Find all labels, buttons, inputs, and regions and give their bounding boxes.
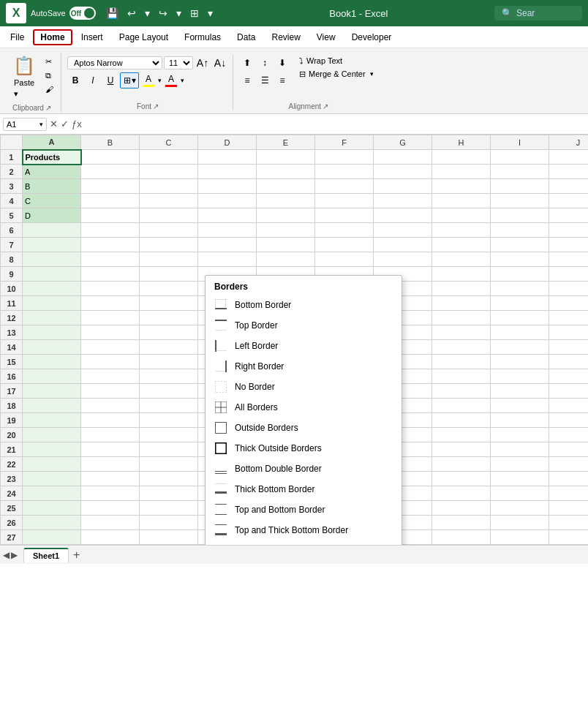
cell[interactable] <box>140 516 198 530</box>
row-header[interactable]: 14 <box>1 340 23 355</box>
search-box[interactable]: 🔍 Sear <box>494 6 582 20</box>
tab-navigation[interactable]: ◀ ▶ <box>3 550 18 560</box>
row-header[interactable]: 5 <box>1 208 23 223</box>
cell[interactable] <box>549 340 589 355</box>
cell[interactable] <box>198 223 257 238</box>
cell[interactable] <box>432 179 491 194</box>
cell[interactable] <box>491 311 549 325</box>
cell[interactable] <box>432 355 491 369</box>
cell[interactable] <box>198 150 257 165</box>
cell[interactable] <box>491 165 549 179</box>
cell[interactable] <box>23 369 81 384</box>
cell[interactable] <box>198 165 257 179</box>
cell[interactable] <box>23 296 81 311</box>
paste-button[interactable]: 📋 Paste ▾ <box>7 53 41 102</box>
row-header[interactable]: 15 <box>1 355 23 369</box>
cell[interactable] <box>549 516 589 530</box>
align-bottom-btn[interactable]: ⬇ <box>274 55 290 71</box>
cell[interactable] <box>23 238 81 252</box>
cell[interactable] <box>432 325 491 340</box>
cell[interactable] <box>491 194 549 208</box>
cell[interactable] <box>549 369 589 384</box>
menu-view[interactable]: View <box>309 29 343 45</box>
outside-borders-item[interactable]: Outside Borders <box>206 418 402 438</box>
cell[interactable] <box>432 340 491 355</box>
cell[interactable] <box>140 282 198 296</box>
cell[interactable] <box>23 282 81 296</box>
cell[interactable] <box>374 194 432 208</box>
row-header[interactable]: 7 <box>1 238 23 252</box>
menu-developer[interactable]: Developer <box>344 29 399 45</box>
cell[interactable] <box>81 238 140 252</box>
font-color-dropdown[interactable]: ▾ <box>181 77 184 84</box>
col-header-h[interactable]: H <box>432 135 491 150</box>
row-header[interactable]: 18 <box>1 399 23 413</box>
cell[interactable] <box>432 165 491 179</box>
top-bottom-border-item[interactable]: Top and Bottom Border <box>206 499 402 520</box>
cell[interactable] <box>140 238 198 252</box>
cell[interactable] <box>23 516 81 530</box>
cell[interactable] <box>140 413 198 428</box>
add-sheet-button[interactable]: + <box>70 548 83 562</box>
paste-dropdown[interactable]: ▾ <box>12 88 36 99</box>
cell[interactable] <box>315 223 374 238</box>
cell[interactable] <box>491 355 549 369</box>
grid-dropdown-icon[interactable]: ▾ <box>205 6 216 20</box>
cell[interactable] <box>549 194 589 208</box>
cell[interactable] <box>140 165 198 179</box>
menu-insert[interactable]: Insert <box>74 29 110 45</box>
cell[interactable] <box>432 369 491 384</box>
row-header[interactable]: 25 <box>1 501 23 516</box>
cell[interactable] <box>491 208 549 223</box>
bottom-double-border-item[interactable]: Bottom Double Border <box>206 459 402 479</box>
row-header[interactable]: 11 <box>1 296 23 311</box>
menu-file[interactable]: File <box>3 29 31 45</box>
cell[interactable] <box>432 442 491 457</box>
cell[interactable] <box>81 340 140 355</box>
cell[interactable] <box>23 311 81 325</box>
col-header-f[interactable]: F <box>315 135 374 150</box>
fill-dropdown[interactable]: ▾ <box>158 77 162 84</box>
cell[interactable] <box>257 223 315 238</box>
cell[interactable] <box>257 238 315 252</box>
cell[interactable] <box>23 413 81 428</box>
cell[interactable] <box>23 267 81 282</box>
cell[interactable] <box>432 472 491 486</box>
row-header[interactable]: 12 <box>1 311 23 325</box>
cell[interactable] <box>374 223 432 238</box>
cell[interactable] <box>491 428 549 442</box>
cell[interactable] <box>432 311 491 325</box>
cell[interactable] <box>140 208 198 223</box>
cell[interactable] <box>23 340 81 355</box>
menu-formulas[interactable]: Formulas <box>177 29 228 45</box>
cell[interactable] <box>140 267 198 282</box>
font-expand-icon[interactable]: ↗ <box>153 102 159 110</box>
cell[interactable] <box>374 252 432 267</box>
prev-sheet-icon[interactable]: ◀ <box>3 550 10 560</box>
redo-icon[interactable]: ↪ <box>156 6 170 20</box>
cell[interactable] <box>549 282 589 296</box>
cell[interactable] <box>140 150 198 165</box>
row-header[interactable]: 23 <box>1 472 23 486</box>
cell[interactable] <box>549 384 589 399</box>
redo-dropdown-icon[interactable]: ▾ <box>173 6 184 20</box>
cell[interactable] <box>549 208 589 223</box>
autosave-toggle[interactable]: Off <box>69 7 96 20</box>
thick-outside-borders-item[interactable]: Thick Outside Borders <box>206 438 402 459</box>
cell[interactable] <box>257 165 315 179</box>
align-top-btn[interactable]: ⬆ <box>239 55 255 71</box>
no-border-item[interactable]: No Border <box>206 377 402 397</box>
cell[interactable] <box>549 252 589 267</box>
align-left-btn[interactable]: ≡ <box>239 72 255 88</box>
cell[interactable] <box>549 530 589 545</box>
row-header[interactable]: 27 <box>1 530 23 545</box>
cell[interactable]: C <box>23 194 81 208</box>
cell[interactable] <box>432 208 491 223</box>
cell[interactable] <box>491 399 549 413</box>
cell[interactable] <box>81 355 140 369</box>
cell[interactable] <box>432 530 491 545</box>
align-middle-btn[interactable]: ↕ <box>257 55 273 71</box>
cell[interactable] <box>81 428 140 442</box>
row-header[interactable]: 13 <box>1 325 23 340</box>
menu-data[interactable]: Data <box>230 29 263 45</box>
